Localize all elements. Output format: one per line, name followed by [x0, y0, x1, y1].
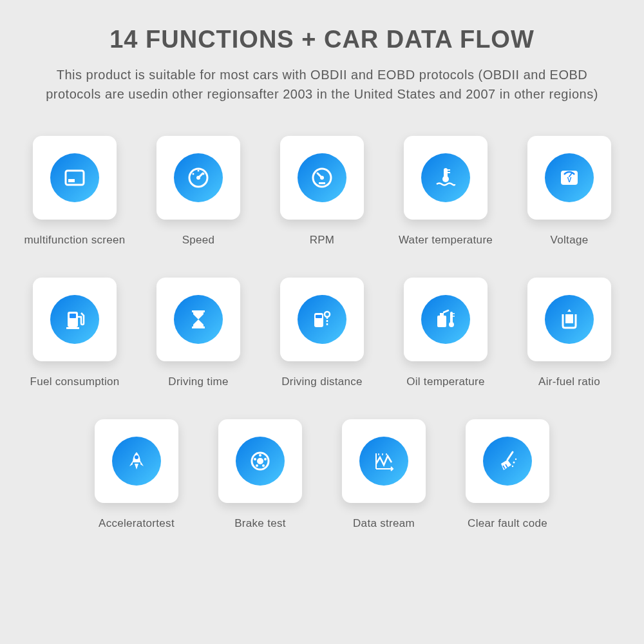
- features-grid: multifunction screen Speed RPM: [32, 136, 612, 530]
- svg-point-40: [254, 458, 256, 460]
- feature-label: Clear fault code: [468, 517, 547, 530]
- feature-card: [404, 136, 488, 220]
- voltage-icon: V: [545, 153, 594, 202]
- feature-cell: RPM: [280, 136, 364, 247]
- svg-rect-23: [192, 327, 205, 328]
- svg-point-39: [256, 464, 258, 467]
- feature-label: Water temperature: [399, 234, 493, 247]
- svg-point-49: [513, 462, 515, 464]
- feature-cell: Driving time: [156, 278, 240, 388]
- svg-rect-29: [450, 312, 453, 323]
- container-icon: [545, 295, 594, 344]
- feature-card: [95, 419, 178, 503]
- svg-rect-27: [437, 316, 446, 327]
- thermometer-waves-icon: [421, 153, 470, 202]
- feature-cell: Clear fault code: [466, 419, 549, 530]
- waveform-icon: [359, 437, 408, 486]
- svg-point-7: [203, 173, 205, 175]
- svg-point-50: [515, 459, 516, 460]
- fuel-pump-icon: [50, 295, 99, 344]
- svg-rect-0: [66, 171, 84, 185]
- hourglass-icon: [174, 295, 223, 344]
- page-title: 14 FUNCTIONS + CAR DATA FLOW: [32, 26, 612, 53]
- feature-cell: Speed: [156, 136, 240, 247]
- feature-card: [404, 278, 488, 361]
- feature-label: Oil temperature: [406, 375, 485, 388]
- svg-point-10: [320, 176, 324, 180]
- feature-cell: Oil temperature: [404, 278, 488, 388]
- svg-point-6: [198, 170, 200, 172]
- page-subtitle: This product is suitable for most cars w…: [45, 65, 599, 104]
- svg-point-30: [449, 322, 454, 327]
- feature-card: [156, 136, 240, 220]
- feature-card: [33, 278, 117, 361]
- feature-cell: Acceleratortest: [95, 419, 178, 530]
- svg-point-38: [262, 464, 265, 467]
- oil-thermometer-icon: [421, 295, 470, 344]
- feature-cell: Air-fuel ratio: [527, 278, 611, 388]
- rocket-icon: [112, 437, 161, 486]
- svg-rect-22: [192, 310, 205, 312]
- feature-cell: Fuel consumption: [33, 278, 117, 388]
- brake-icon: [236, 437, 285, 486]
- feature-cell: Driving distance: [280, 278, 364, 388]
- svg-rect-28: [440, 313, 444, 316]
- feature-label: RPM: [310, 234, 335, 247]
- svg-point-33: [135, 455, 138, 459]
- feature-label: Air-fuel ratio: [538, 375, 600, 388]
- feature-card: [280, 278, 364, 361]
- svg-line-46: [507, 452, 513, 460]
- feature-label: Fuel consumption: [30, 375, 120, 388]
- svg-rect-25: [316, 315, 322, 318]
- feature-cell: Brake test: [218, 419, 302, 530]
- feature-card: [156, 278, 240, 361]
- feature-label: Speed: [182, 234, 215, 247]
- feature-card: [466, 419, 549, 503]
- svg-point-36: [259, 454, 261, 457]
- feature-label: Driving time: [168, 375, 228, 388]
- svg-rect-20: [70, 314, 76, 318]
- feature-card: V: [527, 136, 611, 220]
- svg-point-35: [257, 458, 263, 464]
- feature-card: [527, 278, 611, 361]
- feature-cell: V Voltage: [527, 136, 611, 247]
- feature-label: Driving distance: [281, 375, 363, 388]
- feature-label: Voltage: [551, 234, 589, 247]
- feature-label: multifunction screen: [24, 234, 125, 247]
- svg-point-37: [264, 458, 267, 460]
- screen-icon: [50, 153, 99, 202]
- svg-rect-1: [68, 179, 75, 182]
- broom-icon: [483, 437, 532, 486]
- svg-point-51: [512, 466, 513, 467]
- feature-label: Acceleratortest: [99, 517, 175, 530]
- feature-card: [33, 136, 117, 220]
- svg-point-13: [442, 176, 449, 182]
- features-row: Acceleratortest Brake test Data stream: [32, 419, 612, 530]
- svg-text:V: V: [567, 176, 572, 184]
- distance-icon: [298, 295, 346, 344]
- feature-cell: Water temperature: [404, 136, 488, 247]
- feature-card: [342, 419, 426, 503]
- features-row: multifunction screen Speed RPM: [32, 136, 612, 247]
- gauge-icon: [174, 153, 223, 202]
- svg-point-26: [325, 312, 330, 317]
- features-row: Fuel consumption Driving time Driving di…: [32, 278, 612, 388]
- svg-rect-21: [66, 327, 79, 329]
- feature-cell: Data stream: [342, 419, 426, 530]
- feature-card: [280, 136, 364, 220]
- feature-label: Brake test: [234, 517, 286, 530]
- feature-cell: multifunction screen: [33, 136, 117, 247]
- feature-card: [218, 419, 302, 503]
- svg-rect-11: [319, 182, 325, 184]
- gauge-icon: [298, 153, 346, 202]
- feature-label: Data stream: [353, 517, 415, 530]
- svg-point-4: [196, 176, 200, 180]
- svg-point-5: [193, 173, 194, 175]
